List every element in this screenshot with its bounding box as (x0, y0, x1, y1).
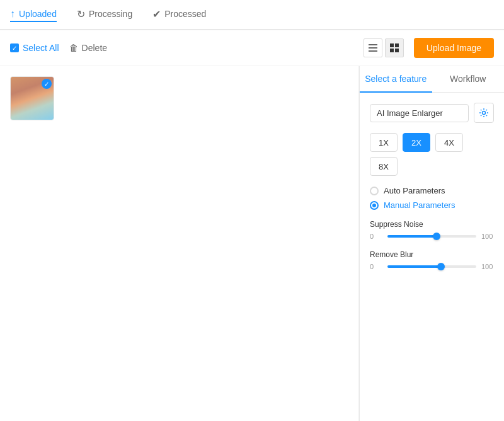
feature-content: AI Image Enlarger 1X 2X 4X 8X (360, 93, 504, 291)
remove-blur-slider-row: 0 100 (370, 263, 494, 270)
upload-image-button[interactable]: Upload Image (414, 38, 494, 58)
image-checked-indicator (42, 79, 52, 89)
tab-processed-label: Processed (164, 9, 206, 19)
delete-button[interactable]: 🗑 Delete (69, 43, 107, 53)
remove-blur-min: 0 (370, 263, 382, 270)
trash-icon: 🗑 (69, 43, 78, 53)
processing-icon: ↻ (77, 8, 85, 20)
suppress-noise-fill (387, 235, 437, 238)
svg-rect-3 (390, 43, 394, 47)
top-nav: ↑ Uploaded ↻ Processing ✔ Processed (0, 0, 504, 30)
auto-params-label: Auto Parameters (384, 186, 445, 195)
upload-icon: ↑ (10, 8, 15, 20)
tab-processed[interactable]: ✔ Processed (152, 8, 206, 23)
select-feature-label: Select a feature (365, 74, 427, 84)
scale-1x-button[interactable]: 1X (370, 133, 398, 152)
remove-blur-track[interactable] (387, 265, 476, 268)
remove-blur-max: 100 (481, 263, 494, 270)
scale-8x-button[interactable]: 8X (370, 157, 398, 176)
feature-workflow-tabs: Select a feature Workflow (360, 66, 504, 93)
image-item[interactable] (10, 76, 54, 120)
scale-4x-button[interactable]: 4X (435, 133, 463, 152)
auto-params-radio (370, 187, 379, 195)
grid-view-button[interactable] (385, 38, 404, 57)
suppress-noise-label: Suppress Noise (370, 220, 494, 229)
settings-icon-button[interactable] (474, 103, 494, 123)
svg-rect-6 (395, 49, 399, 52)
svg-rect-0 (369, 44, 377, 45)
svg-rect-5 (390, 49, 394, 52)
suppress-noise-section: Suppress Noise 0 100 (370, 220, 494, 240)
feature-select[interactable]: AI Image Enlarger (370, 104, 469, 122)
list-view-button[interactable] (364, 38, 382, 57)
remove-blur-fill (387, 265, 441, 268)
manual-params-option[interactable]: Manual Parameters (370, 200, 494, 210)
feature-dropdown-row: AI Image Enlarger (370, 103, 494, 123)
suppress-noise-track[interactable] (387, 235, 476, 238)
main-content: Select a feature Workflow AI Image Enlar… (0, 66, 504, 421)
tab-select-feature[interactable]: Select a feature (360, 66, 432, 93)
scale-2x-button[interactable]: 2X (403, 133, 430, 152)
upload-btn-label: Upload Image (427, 43, 481, 53)
suppress-noise-min: 0 (370, 233, 382, 240)
processed-icon: ✔ (152, 8, 161, 20)
svg-rect-1 (369, 47, 377, 49)
suppress-noise-max: 100 (481, 233, 494, 240)
remove-blur-thumb[interactable] (437, 263, 445, 270)
svg-rect-4 (395, 43, 399, 47)
suppress-noise-thumb[interactable] (433, 233, 440, 240)
remove-blur-label: Remove Blur (370, 250, 494, 259)
scale-buttons: 1X 2X 4X 8X (370, 133, 494, 176)
parameter-radio-group: Auto Parameters Manual Parameters (370, 186, 494, 210)
delete-label: Delete (82, 43, 107, 53)
tab-processing[interactable]: ↻ Processing (77, 8, 132, 23)
auto-params-option[interactable]: Auto Parameters (370, 186, 494, 195)
gear-icon (479, 108, 489, 118)
tab-uploaded[interactable]: ↑ Uploaded (10, 8, 57, 22)
svg-rect-2 (369, 50, 377, 52)
left-panel (0, 66, 359, 421)
tab-processing-label: Processing (89, 9, 132, 19)
list-icon (369, 43, 377, 52)
grid-icon (390, 43, 399, 52)
toolbar: Select All 🗑 Delete Upload Image (0, 30, 504, 66)
remove-blur-section: Remove Blur 0 100 (370, 250, 494, 270)
select-all-checkbox (10, 43, 19, 52)
image-grid (10, 76, 348, 120)
view-toggle (364, 38, 404, 57)
workflow-label: Workflow (450, 74, 486, 84)
manual-params-radio (370, 201, 379, 210)
svg-point-7 (483, 112, 486, 115)
tab-workflow[interactable]: Workflow (432, 66, 505, 93)
suppress-noise-slider-row: 0 100 (370, 233, 494, 240)
right-panel: Select a feature Workflow AI Image Enlar… (359, 66, 504, 421)
tab-uploaded-label: Uploaded (19, 9, 57, 19)
manual-params-label: Manual Parameters (384, 200, 455, 210)
select-all-button[interactable]: Select All (10, 43, 59, 53)
select-all-label: Select All (23, 43, 59, 53)
